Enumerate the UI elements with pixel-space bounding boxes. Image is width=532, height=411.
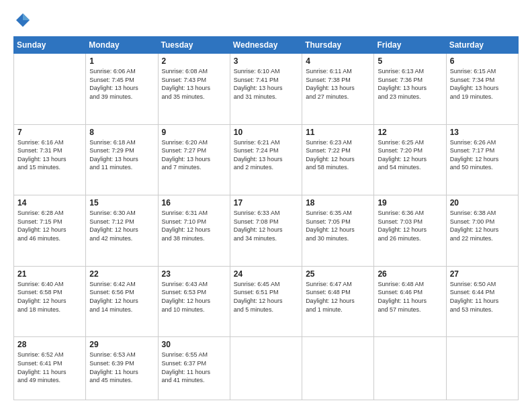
day-info: Sunrise: 6:23 AM Sunset: 7:22 PM Dayligh… (306, 138, 370, 172)
calendar-cell (446, 337, 518, 400)
week-row-5: 28Sunrise: 6:52 AM Sunset: 6:41 PM Dayli… (14, 337, 519, 400)
day-number: 12 (378, 128, 442, 137)
week-row-2: 7Sunrise: 6:16 AM Sunset: 7:31 PM Daylig… (14, 124, 519, 195)
day-info: Sunrise: 6:40 AM Sunset: 6:58 PM Dayligh… (17, 280, 82, 314)
calendar-cell: 12Sunrise: 6:25 AM Sunset: 7:20 PM Dayli… (374, 124, 446, 195)
day-info: Sunrise: 6:26 AM Sunset: 7:17 PM Dayligh… (450, 138, 515, 172)
calendar-cell: 16Sunrise: 6:31 AM Sunset: 7:10 PM Dayli… (158, 195, 230, 267)
day-number: 28 (17, 340, 82, 349)
day-number: 1 (89, 56, 154, 66)
day-info: Sunrise: 6:52 AM Sunset: 6:41 PM Dayligh… (17, 351, 82, 384)
day-info: Sunrise: 6:33 AM Sunset: 7:08 PM Dayligh… (234, 209, 298, 242)
day-info: Sunrise: 6:15 AM Sunset: 7:34 PM Dayligh… (450, 67, 515, 101)
day-number: 6 (450, 56, 515, 66)
day-number: 10 (234, 128, 298, 137)
week-row-3: 14Sunrise: 6:28 AM Sunset: 7:15 PM Dayli… (14, 195, 519, 267)
day-number: 9 (162, 128, 226, 137)
weekday-header-saturday: Saturday (446, 37, 518, 54)
calendar-cell: 6Sunrise: 6:15 AM Sunset: 7:34 PM Daylig… (446, 54, 518, 125)
calendar-cell: 9Sunrise: 6:20 AM Sunset: 7:27 PM Daylig… (158, 124, 230, 195)
calendar-cell: 24Sunrise: 6:45 AM Sunset: 6:51 PM Dayli… (230, 266, 302, 337)
logo-icon (13, 11, 32, 30)
day-info: Sunrise: 6:55 AM Sunset: 6:37 PM Dayligh… (162, 351, 226, 384)
day-number: 4 (306, 56, 370, 66)
day-info: Sunrise: 6:13 AM Sunset: 7:36 PM Dayligh… (378, 67, 442, 101)
day-number: 3 (234, 56, 298, 66)
calendar-cell: 29Sunrise: 6:53 AM Sunset: 6:39 PM Dayli… (86, 337, 158, 400)
weekday-header-sunday: Sunday (14, 37, 86, 54)
calendar-cell (374, 337, 446, 400)
day-info: Sunrise: 6:18 AM Sunset: 7:29 PM Dayligh… (89, 138, 154, 172)
day-info: Sunrise: 6:08 AM Sunset: 7:43 PM Dayligh… (162, 67, 226, 101)
day-info: Sunrise: 6:06 AM Sunset: 7:45 PM Dayligh… (89, 67, 154, 101)
weekday-header-friday: Friday (374, 37, 446, 54)
day-info: Sunrise: 6:16 AM Sunset: 7:31 PM Dayligh… (17, 138, 82, 172)
day-number: 21 (17, 269, 82, 279)
day-number: 25 (306, 269, 370, 279)
day-info: Sunrise: 6:45 AM Sunset: 6:51 PM Dayligh… (234, 280, 298, 314)
page: SundayMondayTuesdayWednesdayThursdayFrid… (0, 0, 532, 411)
day-info: Sunrise: 6:10 AM Sunset: 7:41 PM Dayligh… (234, 67, 298, 101)
header (13, 11, 519, 30)
day-number: 2 (162, 56, 226, 66)
day-info: Sunrise: 6:11 AM Sunset: 7:38 PM Dayligh… (306, 67, 370, 101)
day-info: Sunrise: 6:53 AM Sunset: 6:39 PM Dayligh… (89, 351, 154, 384)
day-number: 20 (450, 198, 515, 208)
day-info: Sunrise: 6:36 AM Sunset: 7:03 PM Dayligh… (378, 209, 442, 242)
weekday-header-row: SundayMondayTuesdayWednesdayThursdayFrid… (14, 37, 519, 54)
calendar-cell: 27Sunrise: 6:50 AM Sunset: 6:44 PM Dayli… (446, 266, 518, 337)
day-number: 29 (89, 340, 154, 349)
calendar-cell: 28Sunrise: 6:52 AM Sunset: 6:41 PM Dayli… (14, 337, 86, 400)
day-number: 24 (234, 269, 298, 279)
calendar-table: SundayMondayTuesdayWednesdayThursdayFrid… (13, 36, 519, 400)
calendar-cell: 26Sunrise: 6:48 AM Sunset: 6:46 PM Dayli… (374, 266, 446, 337)
day-number: 19 (378, 198, 442, 208)
calendar-cell: 23Sunrise: 6:43 AM Sunset: 6:53 PM Dayli… (158, 266, 230, 337)
calendar-cell: 7Sunrise: 6:16 AM Sunset: 7:31 PM Daylig… (14, 124, 86, 195)
day-number: 23 (162, 269, 226, 279)
day-info: Sunrise: 6:21 AM Sunset: 7:24 PM Dayligh… (234, 138, 298, 172)
day-number: 16 (162, 198, 226, 208)
day-info: Sunrise: 6:25 AM Sunset: 7:20 PM Dayligh… (378, 138, 442, 172)
day-info: Sunrise: 6:35 AM Sunset: 7:05 PM Dayligh… (306, 209, 370, 242)
calendar-cell: 21Sunrise: 6:40 AM Sunset: 6:58 PM Dayli… (14, 266, 86, 337)
calendar-cell (230, 337, 302, 400)
calendar-cell: 22Sunrise: 6:42 AM Sunset: 6:56 PM Dayli… (86, 266, 158, 337)
calendar-cell: 13Sunrise: 6:26 AM Sunset: 7:17 PM Dayli… (446, 124, 518, 195)
svg-marker-1 (23, 13, 30, 20)
weekday-header-tuesday: Tuesday (158, 37, 230, 54)
calendar-cell: 1Sunrise: 6:06 AM Sunset: 7:45 PM Daylig… (86, 54, 158, 125)
logo (13, 11, 35, 30)
calendar-cell: 4Sunrise: 6:11 AM Sunset: 7:38 PM Daylig… (302, 54, 374, 125)
day-info: Sunrise: 6:28 AM Sunset: 7:15 PM Dayligh… (17, 209, 82, 242)
calendar-cell: 20Sunrise: 6:38 AM Sunset: 7:00 PM Dayli… (446, 195, 518, 267)
weekday-header-thursday: Thursday (302, 37, 374, 54)
calendar-cell: 8Sunrise: 6:18 AM Sunset: 7:29 PM Daylig… (86, 124, 158, 195)
calendar-cell: 14Sunrise: 6:28 AM Sunset: 7:15 PM Dayli… (14, 195, 86, 267)
day-number: 5 (378, 56, 442, 66)
week-row-4: 21Sunrise: 6:40 AM Sunset: 6:58 PM Dayli… (14, 266, 519, 337)
day-number: 15 (89, 198, 154, 208)
calendar-cell: 3Sunrise: 6:10 AM Sunset: 7:41 PM Daylig… (230, 54, 302, 125)
calendar-cell (14, 54, 86, 125)
day-number: 11 (306, 128, 370, 137)
calendar-cell: 25Sunrise: 6:47 AM Sunset: 6:48 PM Dayli… (302, 266, 374, 337)
day-number: 26 (378, 269, 442, 279)
calendar-cell: 11Sunrise: 6:23 AM Sunset: 7:22 PM Dayli… (302, 124, 374, 195)
day-number: 27 (450, 269, 515, 279)
day-number: 22 (89, 269, 154, 279)
day-info: Sunrise: 6:30 AM Sunset: 7:12 PM Dayligh… (89, 209, 154, 242)
calendar-cell: 30Sunrise: 6:55 AM Sunset: 6:37 PM Dayli… (158, 337, 230, 400)
day-number: 14 (17, 198, 82, 208)
day-number: 30 (162, 340, 226, 349)
day-info: Sunrise: 6:20 AM Sunset: 7:27 PM Dayligh… (162, 138, 226, 172)
day-info: Sunrise: 6:50 AM Sunset: 6:44 PM Dayligh… (450, 280, 515, 314)
day-number: 17 (234, 198, 298, 208)
weekday-header-monday: Monday (86, 37, 158, 54)
day-number: 8 (89, 128, 154, 137)
day-info: Sunrise: 6:43 AM Sunset: 6:53 PM Dayligh… (162, 280, 226, 314)
weekday-header-wednesday: Wednesday (230, 37, 302, 54)
calendar-cell: 15Sunrise: 6:30 AM Sunset: 7:12 PM Dayli… (86, 195, 158, 267)
day-number: 18 (306, 198, 370, 208)
day-info: Sunrise: 6:48 AM Sunset: 6:46 PM Dayligh… (378, 280, 442, 314)
